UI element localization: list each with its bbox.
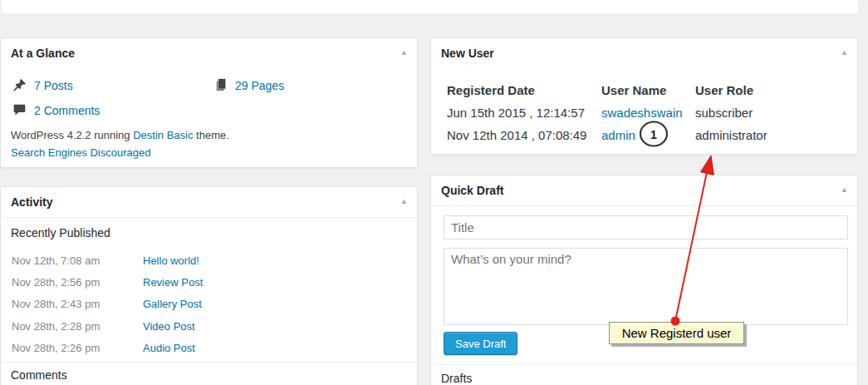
collapse-toggle-icon[interactable]: ▲ xyxy=(841,47,848,57)
column-header-user-role: User Role xyxy=(695,83,820,97)
table-row: Jun 15th 2015 , 12:14:57 swadeshswain su… xyxy=(447,101,820,124)
widget-activity: Activity ▲ Recently Published Nov 12th, … xyxy=(0,186,418,385)
pages-icon xyxy=(213,78,228,92)
recent-posts-list: Nov 12th, 7:08 am Hello world! Nov 28th,… xyxy=(12,249,407,359)
new-user-title: New User xyxy=(431,38,857,68)
post-link[interactable]: Hello world! xyxy=(143,254,199,267)
list-item: Nov 28th, 2:28 pm Video Post xyxy=(12,315,407,337)
comments-count-link[interactable]: 2 Comments xyxy=(34,104,100,117)
collapse-toggle-icon[interactable]: ▲ xyxy=(400,47,408,57)
search-engines-line: Search Engines Discouraged xyxy=(11,146,150,159)
post-date: Nov 28th, 2:56 pm xyxy=(12,276,143,289)
top-panel xyxy=(2,0,858,13)
posts-count-link[interactable]: 7 Posts xyxy=(34,79,73,92)
draft-content-textarea[interactable] xyxy=(444,248,848,325)
annotation-arrowhead-icon xyxy=(700,155,714,175)
user-role-cell: administrator xyxy=(695,128,820,142)
comments-stat: 2 Comments xyxy=(12,103,100,117)
registered-date-cell: Jun 15th 2015 , 12:14:57 xyxy=(447,106,601,120)
posts-stat: 7 Posts xyxy=(12,78,73,92)
divider xyxy=(1,362,417,363)
version-prefix: WordPress 4.2.2 running xyxy=(11,129,130,141)
recently-published-heading: Recently Published xyxy=(11,226,110,239)
post-date: Nov 28th, 2:43 pm xyxy=(12,298,143,310)
list-item: Nov 28th, 2:43 pm Gallery Post xyxy=(12,294,407,315)
user-name-link[interactable]: swadeshswain xyxy=(601,106,683,120)
save-draft-button[interactable]: Save Draft xyxy=(444,332,517,355)
widget-new-user: New User ▲ Registerd Date User Name User… xyxy=(430,37,858,155)
version-suffix: theme. xyxy=(196,129,229,141)
pushpin-icon xyxy=(12,78,27,92)
post-date: Nov 28th, 2:28 pm xyxy=(12,320,143,333)
post-link[interactable]: Video Post xyxy=(143,320,195,333)
user-role-cell: subscriber xyxy=(695,106,820,120)
theme-link[interactable]: Destin Basic xyxy=(133,129,193,141)
activity-title: Activity xyxy=(1,187,417,218)
new-user-table: Registerd Date User Name User Role Jun 1… xyxy=(447,79,820,146)
at-a-glance-title: At a Glance xyxy=(1,38,417,68)
collapse-toggle-icon[interactable]: ▲ xyxy=(841,185,848,195)
comment-icon xyxy=(12,103,27,117)
table-row: Nov 12th 2014 , 07:08:49 admin administr… xyxy=(447,124,820,146)
dashboard-page: At a Glance ▲ 7 Posts 29 Pages 2 Comment… xyxy=(0,0,868,385)
post-link[interactable]: Review Post xyxy=(143,276,203,289)
annotation-callout: New Registerd user xyxy=(609,322,744,344)
post-link[interactable]: Audio Post xyxy=(143,342,195,354)
pages-count-link[interactable]: 29 Pages xyxy=(235,79,284,92)
column-header-user-name: User Name xyxy=(601,83,695,97)
divider xyxy=(431,364,857,365)
drafts-section-heading: Drafts xyxy=(441,372,472,385)
post-link[interactable]: Gallery Post xyxy=(143,298,202,310)
column-header-registered-date: Registerd Date xyxy=(447,83,601,97)
user-name-link[interactable]: admin xyxy=(601,128,635,142)
pages-stat: 29 Pages xyxy=(213,78,284,92)
collapse-toggle-icon[interactable]: ▲ xyxy=(400,196,408,206)
list-item: Nov 28th, 2:56 pm Review Post xyxy=(12,271,407,293)
list-item: Nov 28th, 2:26 pm Audio Post xyxy=(12,338,407,359)
quick-draft-title: Quick Draft xyxy=(431,175,857,206)
list-item: Nov 12th, 7:08 am Hello world! xyxy=(12,249,407,271)
registered-date-cell: Nov 12th 2014 , 07:08:49 xyxy=(447,128,601,142)
post-date: Nov 28th, 2:26 pm xyxy=(12,342,143,354)
search-engines-link[interactable]: Search Engines Discouraged xyxy=(11,146,150,159)
draft-title-input[interactable] xyxy=(444,215,848,239)
table-header-row: Registerd Date User Name User Role xyxy=(447,79,820,101)
widget-at-a-glance: At a Glance ▲ 7 Posts 29 Pages 2 Comment… xyxy=(0,37,418,168)
wordpress-version-text: WordPress 4.2.2 running Destin Basic the… xyxy=(11,129,229,141)
post-date: Nov 12th, 7:08 am xyxy=(12,254,143,267)
widget-quick-draft: Quick Draft ▲ Save Draft Drafts xyxy=(430,175,858,385)
comments-section-heading: Comments xyxy=(11,368,67,382)
